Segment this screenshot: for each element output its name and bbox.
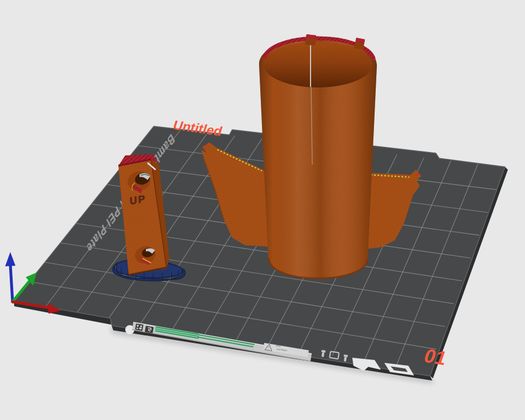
slicer-3d-viewport[interactable]: Hot surface Bambu Smooth PEI Plate Untit… xyxy=(0,0,525,420)
cylinder-rim-tab-left xyxy=(305,34,316,46)
qr-code-icon xyxy=(135,323,144,331)
stand-cylinder xyxy=(259,34,377,278)
scene-canvas[interactable]: Hot surface Bambu Smooth PEI Plate Untit… xyxy=(0,0,525,420)
